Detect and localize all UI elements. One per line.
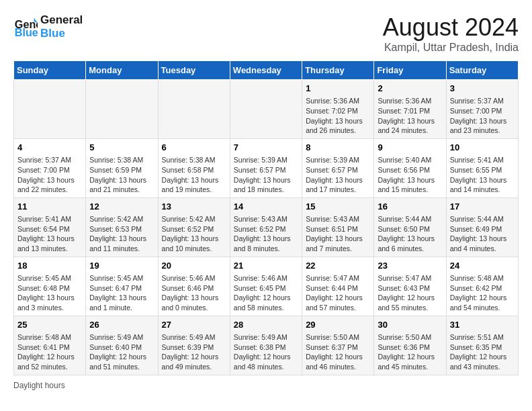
calendar-cell: 8Sunrise: 5:39 AMSunset: 6:57 PMDaylight… — [302, 138, 374, 197]
day-info: Sunrise: 5:43 AMSunset: 6:51 PMDaylight:… — [306, 214, 370, 254]
calendar-cell: 27Sunrise: 5:49 AMSunset: 6:39 PMDayligh… — [158, 316, 230, 375]
day-number: 29 — [306, 319, 370, 331]
day-number: 22 — [306, 260, 370, 272]
day-number: 18 — [17, 260, 82, 272]
calendar-cell: 15Sunrise: 5:43 AMSunset: 6:51 PMDayligh… — [302, 197, 374, 257]
weekday-header: Saturday — [446, 61, 518, 80]
day-info: Sunrise: 5:40 AMSunset: 6:56 PMDaylight:… — [378, 155, 442, 195]
day-number: 9 — [378, 142, 442, 154]
day-number: 12 — [89, 201, 154, 213]
day-number: 1 — [306, 83, 370, 95]
calendar-cell: 2Sunrise: 5:36 AMSunset: 7:01 PMDaylight… — [374, 80, 446, 139]
svg-text:Blue: Blue — [15, 27, 38, 39]
day-info: Sunrise: 5:36 AMSunset: 7:02 PMDaylight:… — [306, 96, 370, 136]
logo-icon: General Blue — [13, 15, 38, 39]
day-info: Sunrise: 5:38 AMSunset: 6:58 PMDaylight:… — [162, 155, 226, 195]
day-number: 3 — [450, 83, 515, 95]
day-number: 5 — [89, 142, 154, 154]
weekday-header: Thursday — [302, 61, 374, 80]
calendar-table: SundayMondayTuesdayWednesdayThursdayFrid… — [13, 60, 519, 375]
day-number: 4 — [17, 142, 82, 154]
calendar-cell: 23Sunrise: 5:47 AMSunset: 6:43 PMDayligh… — [374, 257, 446, 316]
day-info: Sunrise: 5:45 AMSunset: 6:48 PMDaylight:… — [17, 273, 82, 313]
day-info: Sunrise: 5:43 AMSunset: 6:52 PMDaylight:… — [234, 214, 298, 254]
weekday-header: Monday — [86, 61, 158, 80]
day-info: Sunrise: 5:49 AMSunset: 6:40 PMDaylight:… — [89, 332, 154, 372]
day-info: Sunrise: 5:41 AMSunset: 6:54 PMDaylight:… — [17, 214, 82, 254]
title-block: August 2024 Kampil, Uttar Pradesh, India — [383, 13, 519, 54]
day-info: Sunrise: 5:37 AMSunset: 7:00 PMDaylight:… — [450, 96, 515, 136]
day-info: Sunrise: 5:51 AMSunset: 6:35 PMDaylight:… — [450, 332, 515, 372]
calendar-cell: 6Sunrise: 5:38 AMSunset: 6:58 PMDaylight… — [158, 138, 230, 197]
calendar-cell: 31Sunrise: 5:51 AMSunset: 6:35 PMDayligh… — [446, 316, 518, 375]
day-info: Sunrise: 5:37 AMSunset: 7:00 PMDaylight:… — [17, 155, 82, 195]
day-number: 13 — [162, 201, 226, 213]
calendar-title: August 2024 — [383, 13, 519, 42]
day-info: Sunrise: 5:42 AMSunset: 6:52 PMDaylight:… — [162, 214, 226, 254]
calendar-subtitle: Kampil, Uttar Pradesh, India — [383, 42, 519, 54]
day-info: Sunrise: 5:49 AMSunset: 6:38 PMDaylight:… — [234, 332, 298, 372]
day-number: 26 — [89, 319, 154, 331]
weekday-header: Sunday — [14, 61, 86, 80]
day-info: Sunrise: 5:44 AMSunset: 6:49 PMDaylight:… — [450, 214, 515, 254]
day-info: Sunrise: 5:46 AMSunset: 6:46 PMDaylight:… — [162, 273, 226, 313]
page-header: General Blue General Blue August 2024 Ka… — [13, 13, 519, 54]
calendar-cell — [158, 80, 230, 139]
calendar-cell: 1Sunrise: 5:36 AMSunset: 7:02 PMDaylight… — [302, 80, 374, 139]
calendar-cell: 13Sunrise: 5:42 AMSunset: 6:52 PMDayligh… — [158, 197, 230, 257]
day-number: 28 — [234, 319, 298, 331]
day-number: 8 — [306, 142, 370, 154]
calendar-cell — [14, 80, 86, 139]
daylight-label: Daylight hours — [13, 381, 65, 390]
calendar-cell: 3Sunrise: 5:37 AMSunset: 7:00 PMDaylight… — [446, 80, 518, 139]
calendar-cell: 17Sunrise: 5:44 AMSunset: 6:49 PMDayligh… — [446, 197, 518, 257]
day-number: 7 — [234, 142, 298, 154]
day-number: 16 — [378, 201, 442, 213]
weekday-header: Friday — [374, 61, 446, 80]
day-info: Sunrise: 5:46 AMSunset: 6:45 PMDaylight:… — [234, 273, 298, 313]
weekday-header: Wednesday — [230, 61, 302, 80]
day-info: Sunrise: 5:36 AMSunset: 7:01 PMDaylight:… — [378, 96, 442, 136]
calendar-cell: 26Sunrise: 5:49 AMSunset: 6:40 PMDayligh… — [86, 316, 158, 375]
calendar-cell: 16Sunrise: 5:44 AMSunset: 6:50 PMDayligh… — [374, 197, 446, 257]
weekday-header: Tuesday — [158, 61, 230, 80]
day-number: 30 — [378, 319, 442, 331]
day-number: 31 — [450, 319, 515, 331]
day-info: Sunrise: 5:42 AMSunset: 6:53 PMDaylight:… — [89, 214, 154, 254]
day-number: 14 — [234, 201, 298, 213]
calendar-cell: 28Sunrise: 5:49 AMSunset: 6:38 PMDayligh… — [230, 316, 302, 375]
day-info: Sunrise: 5:38 AMSunset: 6:59 PMDaylight:… — [89, 155, 154, 195]
calendar-cell: 22Sunrise: 5:47 AMSunset: 6:44 PMDayligh… — [302, 257, 374, 316]
day-info: Sunrise: 5:45 AMSunset: 6:47 PMDaylight:… — [89, 273, 154, 313]
calendar-header: SundayMondayTuesdayWednesdayThursdayFrid… — [14, 61, 519, 80]
day-info: Sunrise: 5:48 AMSunset: 6:42 PMDaylight:… — [450, 273, 515, 313]
day-info: Sunrise: 5:48 AMSunset: 6:41 PMDaylight:… — [17, 332, 82, 372]
calendar-cell: 29Sunrise: 5:50 AMSunset: 6:37 PMDayligh… — [302, 316, 374, 375]
calendar-cell — [230, 80, 302, 139]
day-number: 23 — [378, 260, 442, 272]
day-info: Sunrise: 5:50 AMSunset: 6:36 PMDaylight:… — [378, 332, 442, 372]
calendar-cell — [86, 80, 158, 139]
calendar-cell: 30Sunrise: 5:50 AMSunset: 6:36 PMDayligh… — [374, 316, 446, 375]
calendar-cell: 14Sunrise: 5:43 AMSunset: 6:52 PMDayligh… — [230, 197, 302, 257]
day-number: 6 — [162, 142, 226, 154]
day-number: 17 — [450, 201, 515, 213]
day-info: Sunrise: 5:49 AMSunset: 6:39 PMDaylight:… — [162, 332, 226, 372]
calendar-cell: 11Sunrise: 5:41 AMSunset: 6:54 PMDayligh… — [14, 197, 86, 257]
day-number: 25 — [17, 319, 82, 331]
calendar-cell: 18Sunrise: 5:45 AMSunset: 6:48 PMDayligh… — [14, 257, 86, 316]
day-number: 2 — [378, 83, 442, 95]
day-number: 15 — [306, 201, 370, 213]
day-number: 24 — [450, 260, 515, 272]
day-number: 11 — [17, 201, 82, 213]
day-number: 20 — [162, 260, 226, 272]
calendar-cell: 20Sunrise: 5:46 AMSunset: 6:46 PMDayligh… — [158, 257, 230, 316]
logo: General Blue General Blue — [13, 13, 83, 41]
day-info: Sunrise: 5:39 AMSunset: 6:57 PMDaylight:… — [234, 155, 298, 195]
calendar-cell: 4Sunrise: 5:37 AMSunset: 7:00 PMDaylight… — [14, 138, 86, 197]
day-number: 10 — [450, 142, 515, 154]
day-info: Sunrise: 5:44 AMSunset: 6:50 PMDaylight:… — [378, 214, 442, 254]
calendar-cell: 12Sunrise: 5:42 AMSunset: 6:53 PMDayligh… — [86, 197, 158, 257]
calendar-cell: 25Sunrise: 5:48 AMSunset: 6:41 PMDayligh… — [14, 316, 86, 375]
day-info: Sunrise: 5:41 AMSunset: 6:55 PMDaylight:… — [450, 155, 515, 195]
